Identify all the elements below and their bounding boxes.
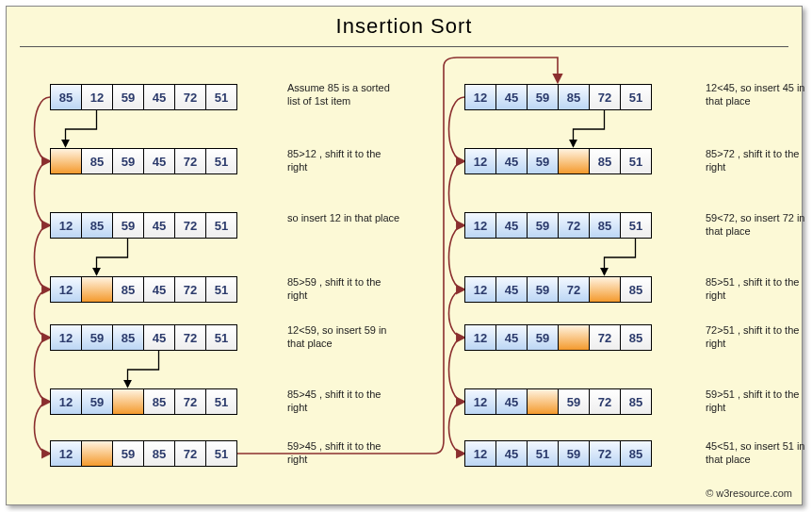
step-caption: 12<59, so insert 59 in that place (287, 324, 400, 351)
cell: 72 (589, 84, 621, 110)
cell: 59 (112, 148, 144, 174)
step-caption: 85>59 , shift it to the right (287, 276, 400, 303)
cell: 12 (464, 212, 496, 239)
cell: 12 (464, 84, 496, 110)
array-row: 1245597285 (464, 276, 652, 303)
cell: 51 (205, 440, 237, 467)
cell: 12 (50, 388, 82, 415)
cell: 85 (112, 324, 144, 351)
cell: 59 (527, 212, 559, 239)
cell: 45 (495, 212, 528, 239)
cell: 85 (589, 148, 621, 174)
cell: 59 (527, 84, 559, 110)
cell: 45 (495, 388, 528, 415)
cell: 51 (620, 148, 652, 174)
array-row: 1245597285 (464, 324, 652, 351)
cell: 45 (495, 84, 528, 110)
cell-gap (558, 148, 590, 174)
cell: 72 (174, 84, 206, 110)
cell: 85 (620, 388, 652, 415)
step-caption: so insert 12 in that place (287, 212, 400, 225)
array-row: 8559457251 (50, 148, 237, 174)
cell: 51 (205, 276, 237, 303)
cell: 45 (143, 148, 175, 174)
step-caption: 59>51 , shift it to the right (706, 388, 812, 415)
cell: 85 (143, 388, 175, 415)
array-row: 1285457251 (50, 276, 237, 303)
cell-gap (527, 388, 559, 415)
cell: 72 (589, 388, 621, 415)
cell: 72 (558, 276, 590, 303)
cell: 85 (81, 212, 113, 239)
cell-gap (558, 324, 590, 351)
array-row: 124559857251 (464, 84, 652, 110)
cell: 59 (558, 388, 590, 415)
array-row: 1245598551 (464, 148, 652, 174)
array-row: 851259457251 (50, 84, 237, 110)
step-caption: 85>72 , shift it to the right (706, 148, 812, 174)
cell: 72 (174, 212, 206, 239)
step-caption: 85>12 , shift it to the right (287, 148, 400, 174)
cell: 59 (81, 324, 113, 351)
cell: 51 (205, 148, 237, 174)
cell: 12 (50, 440, 82, 467)
cell: 45 (495, 276, 528, 303)
step-caption: 85>51 , shift it to the right (706, 276, 812, 303)
step-caption: 59>45 , shift it to the right (287, 440, 400, 467)
cell: 51 (205, 324, 237, 351)
cell: 85 (620, 276, 652, 303)
title-rule (20, 46, 788, 47)
cell: 51 (205, 84, 237, 110)
cell: 12 (464, 440, 496, 467)
cell: 72 (174, 324, 206, 351)
cell: 59 (112, 440, 144, 467)
diagram-frame: Insertion Sort 851259457251Assume 85 is … (6, 6, 803, 505)
cell: 59 (112, 84, 144, 110)
cell: 12 (50, 276, 82, 303)
cell: 59 (112, 212, 144, 239)
cell: 59 (527, 324, 559, 351)
cell: 59 (81, 388, 113, 415)
cell: 72 (174, 276, 206, 303)
cell: 45 (143, 212, 175, 239)
cell: 12 (81, 84, 113, 110)
cell: 45 (143, 324, 175, 351)
cell: 72 (558, 212, 590, 239)
cell: 85 (558, 84, 590, 110)
cell: 85 (112, 276, 144, 303)
cell: 51 (620, 84, 652, 110)
cell: 45 (143, 84, 175, 110)
cell: 72 (174, 388, 206, 415)
cell: 12 (50, 324, 82, 351)
step-caption: 59<72, so insert 72 in that place (706, 212, 812, 239)
cell: 85 (81, 148, 113, 174)
cell: 51 (527, 440, 559, 467)
cell: 51 (620, 212, 652, 239)
cell: 12 (464, 388, 496, 415)
cell: 59 (558, 440, 590, 467)
array-row: 1245597285 (464, 388, 652, 415)
cell: 59 (527, 148, 559, 174)
array-row: 124551597285 (464, 440, 652, 467)
cell: 12 (464, 276, 496, 303)
cell-gap (589, 276, 621, 303)
cell: 85 (620, 440, 652, 467)
arrow-layer (7, 7, 802, 504)
cell: 85 (50, 84, 82, 110)
credit-text: © w3resource.com (706, 487, 792, 499)
cell: 72 (174, 440, 206, 467)
cell: 12 (464, 148, 496, 174)
cell: 45 (495, 148, 528, 174)
cell: 45 (495, 324, 528, 351)
array-row: 124559728551 (464, 212, 652, 239)
cell: 72 (589, 324, 621, 351)
cell-gap (112, 388, 144, 415)
cell: 12 (50, 212, 82, 239)
cell: 72 (589, 440, 621, 467)
cell-gap (50, 148, 82, 174)
step-caption: 45<51, so insert 51 in that place (706, 440, 812, 467)
step-caption: 72>51 , shift it to the right (706, 324, 812, 351)
cell: 45 (495, 440, 528, 467)
step-caption: 12<45, so insert 45 in that place (706, 82, 812, 108)
cell: 72 (174, 148, 206, 174)
